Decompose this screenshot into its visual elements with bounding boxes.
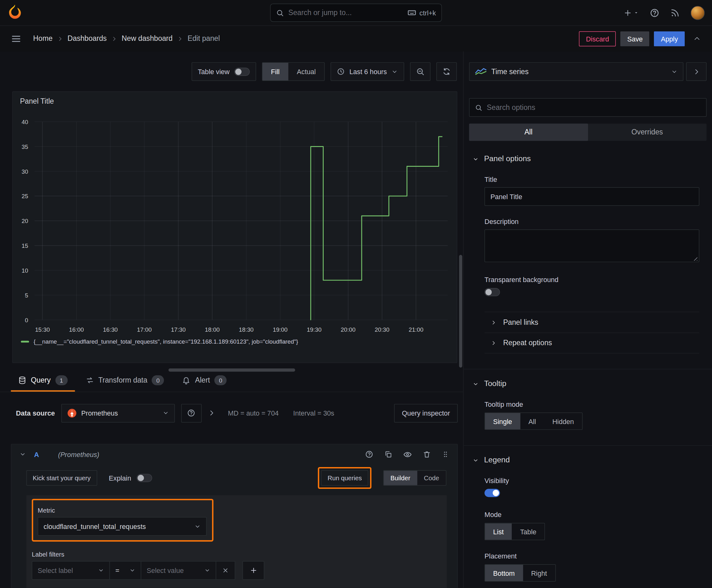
prometheus-icon [67,408,77,418]
grafana-logo[interactable] [7,4,23,21]
options-search[interactable] [469,98,706,117]
fill-option[interactable]: Fill [262,63,288,80]
panel-options-header[interactable]: Panel options [473,154,703,164]
select-value-dropdown[interactable]: Select value [141,561,216,580]
table-view-toggle-control[interactable]: Table view [192,62,256,81]
zoom-out-button[interactable] [410,62,430,81]
time-range-picker[interactable]: Last 6 hours [331,62,404,81]
toggle-query-visibility-button[interactable] [403,450,412,459]
description-field-label: Description [484,218,699,226]
legend-visibility-toggle[interactable] [484,489,500,497]
metric-highlight: Metric cloudflared_tunnel_total_requests [32,499,214,542]
run-queries-button[interactable]: Run queries [321,470,368,486]
code-option[interactable]: Code [417,471,446,485]
tab-all-options[interactable]: All [469,123,588,141]
tab-transform-data[interactable]: Transform data 0 [79,370,171,392]
query-count-badge: 1 [55,375,67,385]
label-filters-row: Select label = Select value [32,561,441,580]
remove-filter-button[interactable] [216,561,235,580]
collapse-header-button[interactable] [689,31,705,46]
chevron-down-icon [473,156,479,162]
tab-alert-label: Alert [195,376,210,384]
breadcrumb-new-dashboard[interactable]: New dashboard [122,35,173,43]
svg-text:10: 10 [22,267,28,274]
svg-text:20: 20 [22,218,28,224]
legend-placement-right[interactable]: Right [523,565,555,581]
tooltip-header[interactable]: Tooltip [473,379,703,388]
datasource-picker[interactable]: Prometheus [61,404,175,422]
chevron-right-icon [177,36,183,42]
svg-text:30: 30 [22,168,28,175]
tooltip-mode-all[interactable]: All [520,413,544,429]
operator-dropdown[interactable]: = [110,561,141,580]
select-label-dropdown[interactable]: Select label [32,561,110,580]
chevron-down-icon [98,568,104,573]
panel-description-input[interactable] [484,229,699,262]
panel-links-label: Panel links [503,318,538,327]
tooltip-mode-single[interactable]: Single [485,413,520,429]
drag-query-handle[interactable] [442,450,449,458]
database-icon [18,376,26,384]
apply-button[interactable]: Apply [654,31,685,46]
horizontal-scrollbar[interactable] [169,369,296,372]
expand-options-button[interactable] [208,409,215,417]
vertical-scrollbar[interactable] [459,255,462,368]
legend-placement-bottom[interactable]: Bottom [485,565,523,581]
delete-query-button[interactable] [423,450,431,458]
new-dropdown-button[interactable] [624,8,639,17]
datasource-help-button[interactable] [181,404,201,422]
builder-option[interactable]: Builder [384,471,417,485]
breadcrumb-home[interactable]: Home [33,35,53,43]
legend-placement-label: Placement [484,552,699,560]
breadcrumb-dashboards[interactable]: Dashboards [67,35,107,43]
table-view-toggle[interactable] [234,67,250,76]
menu-button[interactable] [11,33,21,44]
user-avatar[interactable] [691,6,705,20]
chart-legend-item[interactable]: {__name__="cloudflared_tunnel_total_requ… [13,335,457,345]
angle-right-icon [491,340,496,345]
query-editor-card: A (Prometheus) Kick start your query Exp… [11,444,458,588]
legend-header[interactable]: Legend [473,456,703,465]
svg-text:21:00: 21:00 [409,327,424,333]
transparent-background-toggle[interactable] [484,288,500,296]
svg-text:20:30: 20:30 [374,327,389,333]
hamburger-icon [11,33,21,44]
discard-button[interactable]: Discard [579,31,616,46]
save-button[interactable]: Save [620,31,649,46]
tab-query[interactable]: Query 1 [11,370,75,392]
tooltip-mode-hidden[interactable]: Hidden [544,413,582,429]
news-button[interactable] [670,8,679,17]
query-inspector-button[interactable]: Query inspector [394,404,458,422]
help-button[interactable] [650,8,659,17]
panel-links-row[interactable]: Panel links [484,312,699,333]
refresh-button[interactable] [436,62,457,81]
timeseries-chart[interactable]: 051015202530354015:3016:0016:3017:0017:3… [13,111,453,335]
visualization-picker[interactable]: Time series [469,62,684,81]
kick-start-query-button[interactable]: Kick start your query [26,470,97,486]
operator-value: = [115,567,119,574]
repeat-options-row[interactable]: Repeat options [484,333,699,354]
query-row-header[interactable]: A (Prometheus) [11,444,457,465]
add-filter-button[interactable] [242,561,264,580]
explain-toggle[interactable] [136,474,152,482]
tab-overrides[interactable]: Overrides [588,123,706,141]
legend-mode-table[interactable]: Table [512,523,545,540]
actual-option[interactable]: Actual [288,63,324,80]
svg-text:15:30: 15:30 [35,327,50,333]
panel-title-input[interactable] [484,187,699,206]
breadcrumb: Home Dashboards New dashboard Edit panel [33,35,220,43]
legend-mode-list[interactable]: List [485,523,512,540]
svg-text:17:30: 17:30 [171,327,186,333]
options-search-input[interactable] [487,103,701,111]
tab-query-label: Query [31,376,50,384]
legend-mode-label: Mode [484,511,699,519]
chevron-down-icon [671,68,677,75]
tab-alert[interactable]: Alert 0 [175,370,234,392]
chevron-down-icon [194,523,201,530]
collapse-sidebar-button[interactable] [686,62,707,81]
metric-select[interactable]: cloudflared_tunnel_total_requests [38,517,207,536]
global-search-input[interactable] [288,8,403,17]
duplicate-query-button[interactable] [384,450,392,458]
query-help-button[interactable] [365,450,373,458]
global-search-bar[interactable]: ctrl+k [270,4,442,22]
